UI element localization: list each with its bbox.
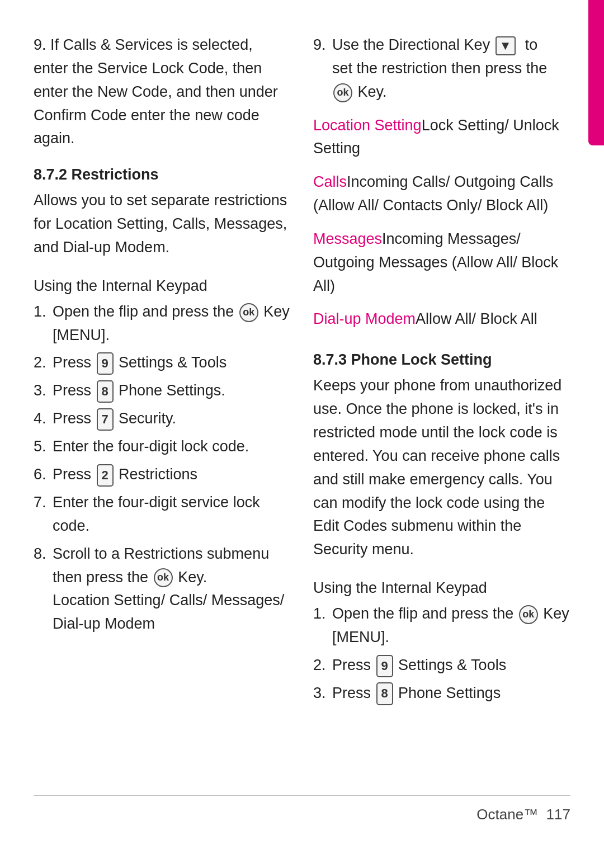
calls-block: CallsIncoming Calls/ Outgoing Calls (All… — [313, 171, 570, 218]
step-2-content: Press 9 Settings & Tools — [53, 351, 291, 375]
intro-text: 9. If Calls & Services is selected, ente… — [34, 34, 291, 150]
ok-key-4: ok — [519, 605, 538, 624]
key-7-1: 7 — [97, 408, 114, 431]
r-step-1-content: Open the flip and press the ok Key [MENU… — [332, 602, 570, 649]
r-step-3: 3. Press 8 Phone Settings — [313, 682, 570, 705]
step-6-content: Press 2 Restrictions — [53, 463, 291, 487]
location-setting-block: Location SettingLock Setting/ Unlock Set… — [313, 114, 570, 161]
page-container: 9. If Calls & Services is selected, ente… — [0, 0, 604, 868]
r-step-1: 1. Open the flip and press the ok Key [M… — [313, 602, 570, 649]
step-4: 4. Press 7 Security. — [34, 407, 291, 431]
step-7-num: 7. — [34, 491, 49, 515]
step-3-content: Press 8 Phone Settings. — [53, 379, 291, 403]
step-3: 3. Press 8 Phone Settings. — [34, 379, 291, 403]
step-2: 2. Press 9 Settings & Tools — [34, 351, 291, 375]
ok-key-3: ok — [333, 83, 352, 102]
dialup-label: Dial-up Modem — [313, 310, 416, 327]
r-step-2-num: 2. — [313, 654, 329, 677]
left-column: 9. If Calls & Services is selected, ente… — [34, 34, 291, 795]
ok-key-1: ok — [239, 303, 258, 322]
step-9-right: 9. Use the Directional Key ▼ to set the … — [313, 34, 570, 104]
step-5-num: 5. — [34, 435, 49, 459]
section-872-heading: 8.7.2 Restrictions — [34, 166, 291, 183]
r-step-3-num: 3. — [313, 682, 329, 705]
step-4-content: Press 7 Security. — [53, 407, 291, 431]
key-9-2: 9 — [376, 655, 393, 677]
content-area: 9. If Calls & Services is selected, ente… — [34, 34, 570, 795]
messages-block: MessagesIncoming Messages/ Outgoing Mess… — [313, 228, 570, 298]
step-8: 8. Scroll to a Restrictions submenu then… — [34, 542, 291, 636]
sub-heading-keypad2: Using the Internal Keypad — [313, 579, 570, 597]
step-6: 6. Press 2 Restrictions — [34, 463, 291, 487]
step-5: 5. Enter the four-digit lock code. — [34, 435, 291, 459]
step-7-content: Enter the four-digit service lock code. — [53, 491, 291, 538]
step-1-num: 1. — [34, 300, 49, 324]
key-2-1: 2 — [97, 464, 114, 487]
step-1-content: Open the flip and press the ok Key [MENU… — [53, 300, 291, 347]
right-column: 9. Use the Directional Key ▼ to set the … — [313, 34, 570, 795]
step-8-num: 8. — [34, 542, 49, 566]
ok-key-2: ok — [154, 568, 173, 587]
r-step-1-num: 1. — [313, 602, 329, 626]
key-9-1: 9 — [97, 352, 114, 375]
section-873-desc: Keeps your phone from unauthorized use. … — [313, 374, 570, 562]
r-step-2: 2. Press 9 Settings & Tools — [313, 654, 570, 677]
step-3-num: 3. — [34, 379, 49, 403]
footer-page: 117 — [546, 806, 570, 823]
step-9-num: 9. — [313, 34, 329, 57]
messages-label: Messages — [313, 230, 382, 247]
footer: Octane™ 117 — [34, 795, 570, 823]
dir-key: ▼ — [496, 36, 516, 55]
step-5-content: Enter the four-digit lock code. — [53, 435, 291, 459]
key-8-1: 8 — [97, 380, 114, 403]
footer-brand: Octane™ — [476, 806, 538, 823]
section-873-heading: 8.7.3 Phone Lock Setting — [313, 351, 570, 369]
dialup-rest: Allow All/ Block All — [416, 310, 537, 327]
dialup-block: Dial-up ModemAllow All/ Block All — [313, 308, 570, 331]
calls-label: Calls — [313, 173, 347, 190]
step-7: 7. Enter the four-digit service lock cod… — [34, 491, 291, 538]
sub-heading-keypad: Using the Internal Keypad — [34, 277, 291, 295]
step-4-num: 4. — [34, 407, 49, 431]
step-2-num: 2. — [34, 351, 49, 375]
step-8-content: Scroll to a Restrictions submenu then pr… — [53, 542, 291, 636]
step9-to: to — [525, 36, 538, 53]
step-1: 1. Open the flip and press the ok Key [M… — [34, 300, 291, 347]
step-6-num: 6. — [34, 463, 49, 487]
r-step-3-content: Press 8 Phone Settings — [332, 682, 570, 705]
section-872-desc: Allows you to set separate restrictions … — [34, 189, 291, 260]
accent-bar — [588, 0, 604, 145]
key-8-2: 8 — [376, 682, 393, 705]
location-label: Location Setting — [313, 117, 422, 134]
step-9-content: Use the Directional Key ▼ to set the res… — [332, 34, 570, 104]
r-step-2-content: Press 9 Settings & Tools — [332, 654, 570, 677]
calls-rest: Incoming Calls/ Outgoing Calls (Allow Al… — [313, 173, 553, 214]
